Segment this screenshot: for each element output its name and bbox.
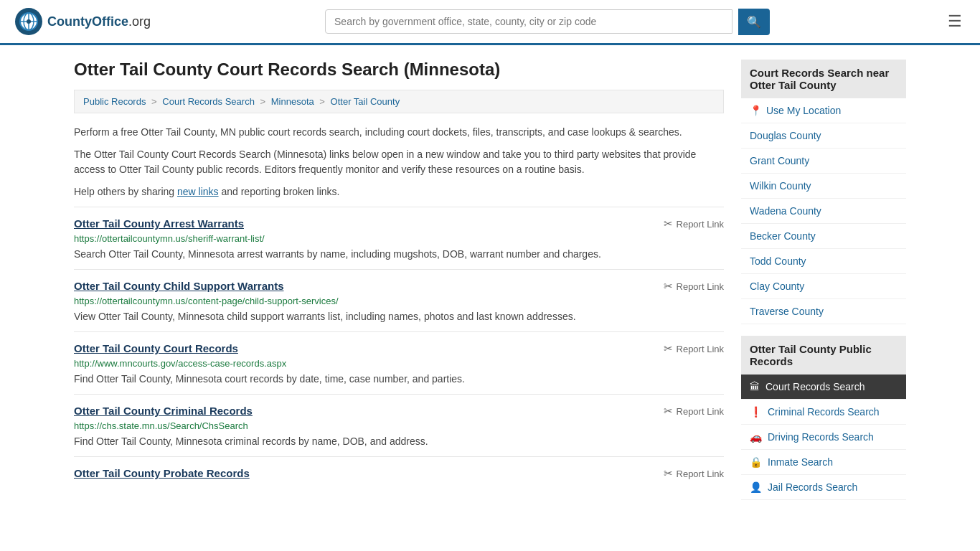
public-records-link-4[interactable]: 👤 Jail Records Search (741, 475, 906, 499)
svg-point-5 (27, 19, 31, 24)
results-list: Otter Tail County Arrest Warrants ✂ Repo… (74, 207, 724, 490)
hamburger-menu-icon[interactable]: ☰ (944, 9, 966, 34)
report-link-1[interactable]: ✂ Report Link (664, 280, 724, 293)
nearby-county-item: Becker County (741, 224, 906, 249)
result-url-2[interactable]: http://www.mncourts.gov/access-case-reco… (74, 358, 724, 369)
use-location-label: Use My Location (766, 105, 841, 116)
use-my-location-link[interactable]: 📍 Use My Location (741, 98, 906, 123)
report-icon-3: ✂ (664, 405, 673, 418)
sidebar: Court Records Search near Otter Tail Cou… (741, 60, 906, 512)
nearby-county-link-1[interactable]: Grant County (741, 149, 906, 173)
result-desc-0: Search Otter Tail County, Minnesota arre… (74, 247, 724, 262)
result-desc-2: Find Otter Tail County, Minnesota court … (74, 372, 724, 387)
new-links-link[interactable]: new links (177, 186, 219, 197)
desc3-prefix: Help others by sharing (74, 186, 177, 197)
nearby-county-link-0[interactable]: Douglas County (741, 123, 906, 148)
result-desc-1: View Otter Tail County, Minnesota child … (74, 309, 724, 324)
search-area: 🔍 (325, 9, 770, 35)
public-records-icon-3: 🔒 (750, 456, 762, 468)
result-item: Otter Tail County Criminal Records ✂ Rep… (74, 394, 724, 456)
main-container: Otter Tail County Court Records Search (… (60, 45, 920, 526)
nearby-county-link-3[interactable]: Wadena County (741, 199, 906, 223)
report-link-4[interactable]: ✂ Report Link (664, 467, 724, 480)
nearby-county-link-2[interactable]: Wilkin County (741, 174, 906, 198)
public-records-link-1[interactable]: ❗ Criminal Records Search (741, 400, 906, 424)
public-records-item: 🏛 Court Records Search (741, 375, 906, 400)
report-icon-2: ✂ (664, 342, 673, 355)
result-item: Otter Tail County Arrest Warrants ✂ Repo… (74, 207, 724, 269)
breadcrumb-otter-tail[interactable]: Otter Tail County (331, 96, 400, 107)
report-icon-0: ✂ (664, 217, 673, 230)
result-item: Otter Tail County Child Support Warrants… (74, 269, 724, 331)
report-link-0[interactable]: ✂ Report Link (664, 217, 724, 230)
description-2: The Otter Tail County Court Records Sear… (74, 147, 724, 177)
public-records-links-list: 🏛 Court Records Search ❗ Criminal Record… (741, 375, 906, 500)
nearby-county-item: Douglas County (741, 123, 906, 149)
nearby-county-item: Wilkin County (741, 174, 906, 199)
result-title-2[interactable]: Otter Tail County Court Records (74, 342, 238, 354)
report-link-2[interactable]: ✂ Report Link (664, 342, 724, 355)
public-records-icon-1: ❗ (750, 406, 762, 418)
search-button[interactable]: 🔍 (738, 9, 770, 35)
logo-name: CountyOffice (47, 14, 128, 29)
desc3-suffix: and reporting broken links. (219, 186, 340, 197)
breadcrumb-minnesota[interactable]: Minnesota (271, 96, 314, 107)
public-records-link-0[interactable]: 🏛 Court Records Search (741, 375, 906, 399)
result-url-3[interactable]: https://chs.state.mn.us/Search/ChsSearch (74, 420, 724, 431)
result-title-1[interactable]: Otter Tail County Child Support Warrants (74, 280, 284, 292)
public-records-link-2[interactable]: 🚗 Driving Records Search (741, 425, 906, 449)
public-records-section-title: Otter Tail County Public Records (741, 336, 906, 375)
description-1: Perform a free Otter Tail County, MN pub… (74, 125, 724, 140)
nearby-county-item: Wadena County (741, 199, 906, 224)
public-records-icon-2: 🚗 (750, 431, 762, 443)
search-input[interactable] (325, 9, 732, 34)
nearby-counties-list: Douglas CountyGrant CountyWilkin CountyW… (741, 123, 906, 324)
public-records-icon-0: 🏛 (750, 381, 760, 392)
report-icon-1: ✂ (664, 280, 673, 293)
logo-suffix: .org (128, 14, 151, 29)
nearby-county-link-5[interactable]: Todd County (741, 249, 906, 273)
page-title: Otter Tail County Court Records Search (… (74, 60, 724, 80)
result-title-0[interactable]: Otter Tail County Arrest Warrants (74, 217, 244, 230)
public-records-item: ❗ Criminal Records Search (741, 400, 906, 425)
location-pin-icon: 📍 (750, 105, 762, 116)
public-records-item: 🚗 Driving Records Search (741, 425, 906, 450)
nearby-county-link-4[interactable]: Becker County (741, 224, 906, 248)
logo-text: CountyOffice.org (47, 14, 151, 29)
result-item: Otter Tail County Probate Records ✂ Repo… (74, 456, 724, 490)
result-item: Otter Tail County Court Records ✂ Report… (74, 331, 724, 394)
result-url-1[interactable]: https://ottertailcountymn.us/content-pag… (74, 296, 724, 306)
report-icon-4: ✂ (664, 467, 673, 480)
nearby-county-item: Clay County (741, 274, 906, 299)
nearby-county-link-7[interactable]: Traverse County (741, 299, 906, 324)
breadcrumb-court-records[interactable]: Court Records Search (162, 96, 255, 107)
result-title-3[interactable]: Otter Tail County Criminal Records (74, 405, 253, 417)
public-records-icon-4: 👤 (750, 481, 762, 493)
public-records-link-3[interactable]: 🔒 Inmate Search (741, 450, 906, 474)
nearby-section-title: Court Records Search near Otter Tail Cou… (741, 60, 906, 98)
breadcrumb-sep-2: > (260, 96, 268, 107)
nearby-county-item: Traverse County (741, 299, 906, 324)
public-records-item: 🔒 Inmate Search (741, 450, 906, 475)
description-3: Help others by sharing new links and rep… (74, 184, 724, 199)
result-title-4[interactable]: Otter Tail County Probate Records (74, 467, 250, 479)
nearby-county-item: Todd County (741, 249, 906, 274)
result-desc-3: Find Otter Tail County, Minnesota crimin… (74, 434, 724, 449)
search-icon: 🔍 (747, 16, 761, 28)
logo-area: CountyOffice.org (14, 7, 151, 36)
nearby-county-item: Grant County (741, 149, 906, 174)
breadcrumb-sep-3: > (319, 96, 327, 107)
site-header: CountyOffice.org 🔍 ☰ (0, 0, 980, 45)
content-area: Otter Tail County Court Records Search (… (74, 60, 724, 512)
breadcrumb-sep-1: > (151, 96, 159, 107)
report-link-3[interactable]: ✂ Report Link (664, 405, 724, 418)
logo-icon (14, 7, 43, 36)
nearby-county-link-6[interactable]: Clay County (741, 274, 906, 298)
breadcrumb: Public Records > Court Records Search > … (74, 90, 724, 113)
result-url-0[interactable]: https://ottertailcountymn.us/sheriff-war… (74, 233, 724, 244)
public-records-item: 👤 Jail Records Search (741, 475, 906, 500)
breadcrumb-public-records[interactable]: Public Records (83, 96, 146, 107)
